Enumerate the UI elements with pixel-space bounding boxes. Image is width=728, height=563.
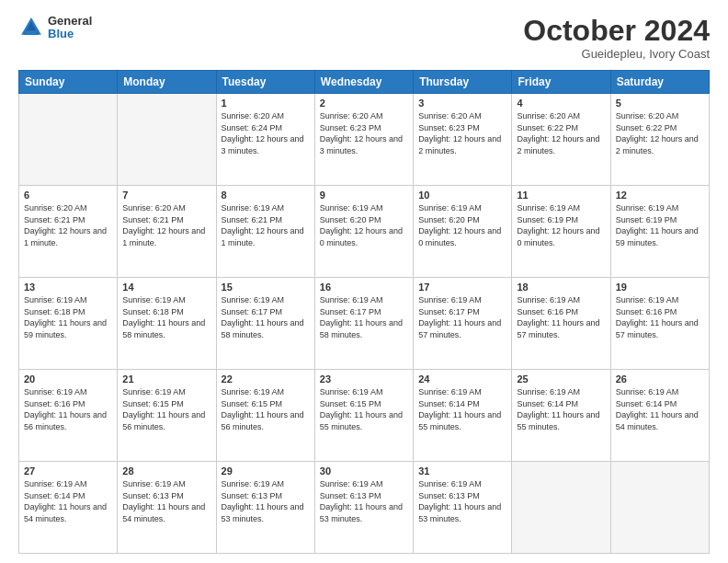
header: General Blue October 2024 Gueidepleu, Iv… (18, 15, 710, 61)
svg-rect-2 (26, 30, 37, 35)
day-cell: 29Sunrise: 6:19 AMSunset: 6:13 PMDayligh… (216, 462, 314, 554)
day-number: 21 (122, 373, 210, 385)
day-info: Sunrise: 6:19 AMSunset: 6:18 PMDaylight:… (122, 294, 210, 340)
logo-icon (18, 15, 44, 40)
col-saturday: Saturday (610, 71, 709, 94)
day-number: 25 (517, 373, 605, 385)
day-number: 6 (24, 190, 112, 201)
day-number: 18 (517, 282, 605, 293)
day-info: Sunrise: 6:19 AMSunset: 6:14 PMDaylight:… (616, 386, 704, 432)
day-info: Sunrise: 6:19 AMSunset: 6:15 PMDaylight:… (222, 386, 310, 432)
day-cell: 14Sunrise: 6:19 AMSunset: 6:18 PMDayligh… (118, 278, 216, 370)
day-number: 9 (320, 190, 408, 201)
day-cell: 15Sunrise: 6:19 AMSunset: 6:17 PMDayligh… (216, 278, 314, 370)
day-info: Sunrise: 6:19 AMSunset: 6:21 PMDaylight:… (222, 202, 310, 248)
day-number: 5 (616, 98, 704, 109)
calendar-table: Sunday Monday Tuesday Wednesday Thursday… (18, 70, 710, 554)
day-number: 3 (418, 98, 506, 109)
day-cell: 3Sunrise: 6:20 AMSunset: 6:23 PMDaylight… (414, 94, 512, 186)
day-cell: 5Sunrise: 6:20 AMSunset: 6:22 PMDaylight… (610, 94, 709, 186)
day-cell: 13Sunrise: 6:19 AMSunset: 6:18 PMDayligh… (19, 278, 118, 370)
day-info: Sunrise: 6:19 AMSunset: 6:19 PMDaylight:… (517, 202, 605, 248)
day-info: Sunrise: 6:19 AMSunset: 6:13 PMDaylight:… (122, 478, 210, 524)
day-info: Sunrise: 6:19 AMSunset: 6:20 PMDaylight:… (320, 202, 408, 248)
day-info: Sunrise: 6:20 AMSunset: 6:22 PMDaylight:… (517, 110, 605, 156)
day-number: 28 (122, 465, 210, 477)
day-number: 30 (320, 465, 408, 477)
day-info: Sunrise: 6:20 AMSunset: 6:24 PMDaylight:… (222, 110, 310, 156)
col-friday: Friday (512, 71, 610, 94)
day-cell (512, 462, 610, 554)
logo: General Blue (18, 15, 92, 41)
day-info: Sunrise: 6:19 AMSunset: 6:14 PMDaylight:… (517, 386, 605, 432)
page: General Blue October 2024 Gueidepleu, Iv… (0, 0, 728, 563)
day-cell: 12Sunrise: 6:19 AMSunset: 6:19 PMDayligh… (610, 186, 709, 278)
day-info: Sunrise: 6:19 AMSunset: 6:14 PMDaylight:… (24, 478, 112, 524)
day-number: 26 (616, 373, 704, 385)
day-cell: 11Sunrise: 6:19 AMSunset: 6:19 PMDayligh… (512, 186, 610, 278)
week-row-5: 27Sunrise: 6:19 AMSunset: 6:14 PMDayligh… (19, 462, 710, 554)
day-number: 24 (418, 373, 506, 385)
day-cell: 30Sunrise: 6:19 AMSunset: 6:13 PMDayligh… (314, 462, 413, 554)
col-wednesday: Wednesday (314, 71, 413, 94)
day-info: Sunrise: 6:20 AMSunset: 6:22 PMDaylight:… (616, 110, 704, 156)
day-number: 12 (616, 190, 704, 201)
day-number: 16 (320, 282, 408, 293)
day-info: Sunrise: 6:20 AMSunset: 6:23 PMDaylight:… (418, 110, 506, 156)
location: Gueidepleu, Ivory Coast (523, 47, 710, 61)
day-cell: 6Sunrise: 6:20 AMSunset: 6:21 PMDaylight… (19, 186, 118, 278)
day-number: 23 (320, 373, 408, 385)
day-info: Sunrise: 6:19 AMSunset: 6:14 PMDaylight:… (418, 386, 506, 432)
week-row-4: 20Sunrise: 6:19 AMSunset: 6:16 PMDayligh… (19, 370, 710, 462)
day-number: 27 (24, 465, 112, 477)
day-info: Sunrise: 6:19 AMSunset: 6:15 PMDaylight:… (122, 386, 210, 432)
day-info: Sunrise: 6:19 AMSunset: 6:13 PMDaylight:… (418, 478, 506, 524)
logo-text: General Blue (48, 15, 92, 41)
day-cell: 22Sunrise: 6:19 AMSunset: 6:15 PMDayligh… (216, 370, 314, 462)
day-info: Sunrise: 6:19 AMSunset: 6:15 PMDaylight:… (320, 386, 408, 432)
week-row-3: 13Sunrise: 6:19 AMSunset: 6:18 PMDayligh… (19, 278, 710, 370)
logo-blue-text: Blue (48, 28, 92, 40)
month-title: October 2024 (523, 15, 710, 47)
day-number: 8 (222, 190, 310, 201)
day-info: Sunrise: 6:20 AMSunset: 6:21 PMDaylight:… (24, 202, 112, 248)
day-cell: 28Sunrise: 6:19 AMSunset: 6:13 PMDayligh… (118, 462, 216, 554)
day-info: Sunrise: 6:19 AMSunset: 6:20 PMDaylight:… (418, 202, 506, 248)
day-cell (19, 94, 118, 186)
day-info: Sunrise: 6:19 AMSunset: 6:16 PMDaylight:… (616, 294, 704, 340)
day-number: 11 (517, 190, 605, 201)
day-cell: 2Sunrise: 6:20 AMSunset: 6:23 PMDaylight… (314, 94, 413, 186)
col-sunday: Sunday (19, 71, 118, 94)
day-number: 14 (122, 282, 210, 293)
day-number: 1 (222, 98, 310, 109)
day-number: 22 (222, 373, 310, 385)
logo-general-text: General (48, 15, 92, 28)
day-cell: 10Sunrise: 6:19 AMSunset: 6:20 PMDayligh… (414, 186, 512, 278)
col-thursday: Thursday (414, 71, 512, 94)
day-info: Sunrise: 6:19 AMSunset: 6:18 PMDaylight:… (24, 294, 112, 340)
day-cell: 21Sunrise: 6:19 AMSunset: 6:15 PMDayligh… (118, 370, 216, 462)
day-info: Sunrise: 6:20 AMSunset: 6:23 PMDaylight:… (320, 110, 408, 156)
day-number: 31 (418, 465, 506, 477)
day-number: 2 (320, 98, 408, 109)
col-tuesday: Tuesday (216, 71, 314, 94)
day-cell: 16Sunrise: 6:19 AMSunset: 6:17 PMDayligh… (314, 278, 413, 370)
col-monday: Monday (118, 71, 216, 94)
day-number: 20 (24, 373, 112, 385)
week-row-1: 1Sunrise: 6:20 AMSunset: 6:24 PMDaylight… (19, 94, 710, 186)
day-number: 29 (222, 465, 310, 477)
day-number: 19 (616, 282, 704, 293)
day-number: 15 (222, 282, 310, 293)
day-cell (118, 94, 216, 186)
week-row-2: 6Sunrise: 6:20 AMSunset: 6:21 PMDaylight… (19, 186, 710, 278)
day-cell: 27Sunrise: 6:19 AMSunset: 6:14 PMDayligh… (19, 462, 118, 554)
day-number: 10 (418, 190, 506, 201)
day-cell: 8Sunrise: 6:19 AMSunset: 6:21 PMDaylight… (216, 186, 314, 278)
day-cell: 24Sunrise: 6:19 AMSunset: 6:14 PMDayligh… (414, 370, 512, 462)
day-info: Sunrise: 6:19 AMSunset: 6:17 PMDaylight:… (418, 294, 506, 340)
day-cell: 26Sunrise: 6:19 AMSunset: 6:14 PMDayligh… (610, 370, 709, 462)
day-info: Sunrise: 6:19 AMSunset: 6:13 PMDaylight:… (222, 478, 310, 524)
day-number: 7 (122, 190, 210, 201)
header-row: Sunday Monday Tuesday Wednesday Thursday… (19, 71, 710, 94)
day-info: Sunrise: 6:19 AMSunset: 6:13 PMDaylight:… (320, 478, 408, 524)
